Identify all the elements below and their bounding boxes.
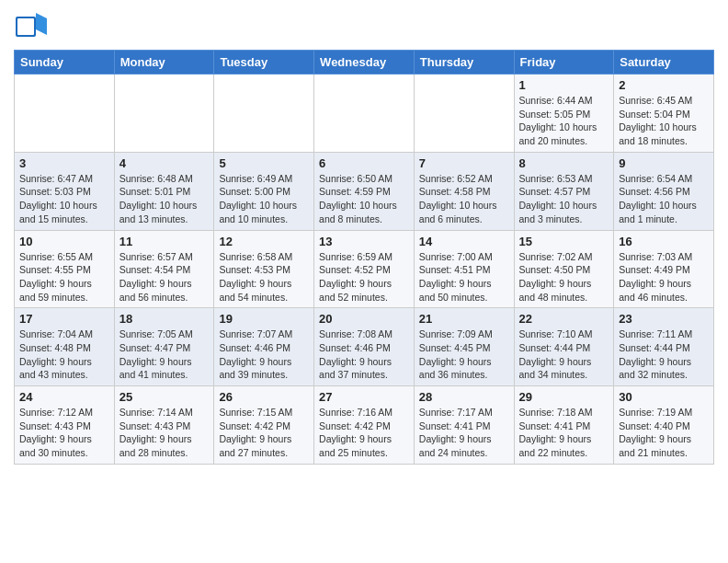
- calendar-cell: 1Sunrise: 6:44 AM Sunset: 5:05 PM Daylig…: [514, 75, 614, 153]
- calendar-week-2: 3Sunrise: 6:47 AM Sunset: 5:03 PM Daylig…: [15, 152, 714, 230]
- calendar-cell: [214, 75, 314, 153]
- day-number: 14: [419, 235, 509, 248]
- day-info: Sunrise: 6:44 AM Sunset: 5:05 PM Dayligh…: [519, 94, 609, 148]
- day-info: Sunrise: 7:05 AM Sunset: 4:47 PM Dayligh…: [119, 327, 210, 382]
- day-number: 21: [419, 312, 509, 326]
- day-info: Sunrise: 6:59 AM Sunset: 4:52 PM Dayligh…: [319, 250, 409, 304]
- day-number: 13: [319, 235, 409, 248]
- day-number: 30: [619, 390, 709, 404]
- calendar-table: SundayMondayTuesdayWednesdayThursdayFrid…: [14, 50, 714, 465]
- calendar-cell: 10Sunrise: 6:55 AM Sunset: 4:55 PM Dayli…: [15, 230, 115, 308]
- weekday-header-monday: Monday: [114, 51, 214, 75]
- day-number: 23: [619, 312, 709, 326]
- day-number: 1: [519, 78, 609, 92]
- weekday-header-friday: Friday: [514, 51, 614, 75]
- calendar-cell: 13Sunrise: 6:59 AM Sunset: 4:52 PM Dayli…: [314, 230, 415, 308]
- calendar-cell: 8Sunrise: 6:53 AM Sunset: 4:57 PM Daylig…: [514, 152, 614, 230]
- day-info: Sunrise: 6:48 AM Sunset: 5:01 PM Dayligh…: [119, 172, 210, 226]
- day-number: 29: [519, 390, 609, 404]
- calendar-cell: [15, 75, 115, 153]
- calendar-body: 1Sunrise: 6:44 AM Sunset: 5:05 PM Daylig…: [15, 75, 714, 465]
- day-number: 22: [519, 312, 609, 326]
- day-number: 5: [219, 156, 309, 170]
- page-header: [14, 9, 714, 42]
- day-info: Sunrise: 7:10 AM Sunset: 4:44 PM Dayligh…: [519, 327, 609, 382]
- day-info: Sunrise: 6:54 AM Sunset: 4:56 PM Dayligh…: [619, 172, 709, 226]
- day-info: Sunrise: 6:53 AM Sunset: 4:57 PM Dayligh…: [519, 172, 609, 226]
- calendar-cell: 3Sunrise: 6:47 AM Sunset: 5:03 PM Daylig…: [15, 152, 115, 230]
- day-info: Sunrise: 6:57 AM Sunset: 4:54 PM Dayligh…: [119, 250, 210, 304]
- calendar-cell: 29Sunrise: 7:18 AM Sunset: 4:41 PM Dayli…: [514, 386, 614, 465]
- day-number: 11: [119, 235, 210, 248]
- calendar-cell: 23Sunrise: 7:11 AM Sunset: 4:44 PM Dayli…: [614, 308, 714, 386]
- day-number: 19: [219, 312, 309, 326]
- calendar-cell: 7Sunrise: 6:52 AM Sunset: 4:58 PM Daylig…: [414, 152, 514, 230]
- calendar-cell: 19Sunrise: 7:07 AM Sunset: 4:46 PM Dayli…: [214, 308, 314, 386]
- day-number: 16: [619, 235, 709, 248]
- weekday-header-thursday: Thursday: [414, 51, 514, 75]
- day-info: Sunrise: 7:02 AM Sunset: 4:50 PM Dayligh…: [519, 250, 609, 304]
- calendar-week-1: 1Sunrise: 6:44 AM Sunset: 5:05 PM Daylig…: [15, 75, 714, 153]
- day-number: 24: [19, 390, 109, 404]
- calendar-cell: 15Sunrise: 7:02 AM Sunset: 4:50 PM Dayli…: [514, 230, 614, 308]
- calendar-cell: 6Sunrise: 6:50 AM Sunset: 4:59 PM Daylig…: [314, 152, 415, 230]
- calendar-cell: 16Sunrise: 7:03 AM Sunset: 4:49 PM Dayli…: [614, 230, 714, 308]
- day-number: 2: [619, 78, 709, 92]
- calendar-cell: 22Sunrise: 7:10 AM Sunset: 4:44 PM Dayli…: [514, 308, 614, 386]
- day-info: Sunrise: 7:00 AM Sunset: 4:51 PM Dayligh…: [419, 250, 509, 304]
- calendar-cell: 26Sunrise: 7:15 AM Sunset: 4:42 PM Dayli…: [214, 386, 314, 465]
- day-info: Sunrise: 6:45 AM Sunset: 5:04 PM Dayligh…: [619, 94, 709, 148]
- day-info: Sunrise: 6:49 AM Sunset: 5:00 PM Dayligh…: [219, 172, 309, 226]
- day-info: Sunrise: 7:07 AM Sunset: 4:46 PM Dayligh…: [219, 327, 309, 382]
- calendar-cell: 14Sunrise: 7:00 AM Sunset: 4:51 PM Dayli…: [414, 230, 514, 308]
- day-number: 25: [119, 390, 210, 404]
- logo: [14, 9, 51, 42]
- day-info: Sunrise: 6:52 AM Sunset: 4:58 PM Dayligh…: [419, 172, 509, 226]
- day-number: 15: [519, 235, 609, 248]
- calendar-week-4: 17Sunrise: 7:04 AM Sunset: 4:48 PM Dayli…: [15, 308, 714, 386]
- day-info: Sunrise: 7:14 AM Sunset: 4:43 PM Dayligh…: [119, 406, 210, 460]
- day-info: Sunrise: 7:03 AM Sunset: 4:49 PM Dayligh…: [619, 250, 709, 304]
- svg-rect-2: [17, 18, 34, 35]
- calendar-cell: 2Sunrise: 6:45 AM Sunset: 5:04 PM Daylig…: [614, 75, 714, 153]
- calendar-cell: 5Sunrise: 6:49 AM Sunset: 5:00 PM Daylig…: [214, 152, 314, 230]
- day-info: Sunrise: 7:09 AM Sunset: 4:45 PM Dayligh…: [419, 327, 509, 382]
- day-info: Sunrise: 7:11 AM Sunset: 4:44 PM Dayligh…: [619, 327, 709, 382]
- calendar-cell: 17Sunrise: 7:04 AM Sunset: 4:48 PM Dayli…: [15, 308, 115, 386]
- day-info: Sunrise: 7:04 AM Sunset: 4:48 PM Dayligh…: [19, 327, 109, 382]
- calendar-cell: 28Sunrise: 7:17 AM Sunset: 4:41 PM Dayli…: [414, 386, 514, 465]
- calendar-cell: 4Sunrise: 6:48 AM Sunset: 5:01 PM Daylig…: [114, 152, 214, 230]
- calendar-week-5: 24Sunrise: 7:12 AM Sunset: 4:43 PM Dayli…: [15, 386, 714, 465]
- day-info: Sunrise: 7:16 AM Sunset: 4:42 PM Dayligh…: [319, 406, 409, 460]
- weekday-header-tuesday: Tuesday: [214, 51, 314, 75]
- calendar-cell: 11Sunrise: 6:57 AM Sunset: 4:54 PM Dayli…: [114, 230, 214, 308]
- calendar-cell: 24Sunrise: 7:12 AM Sunset: 4:43 PM Dayli…: [15, 386, 115, 465]
- calendar-cell: 30Sunrise: 7:19 AM Sunset: 4:40 PM Dayli…: [614, 386, 714, 465]
- day-number: 3: [19, 156, 109, 170]
- day-info: Sunrise: 6:47 AM Sunset: 5:03 PM Dayligh…: [19, 172, 109, 226]
- calendar-cell: [114, 75, 214, 153]
- weekday-header-sunday: Sunday: [15, 51, 115, 75]
- day-info: Sunrise: 7:12 AM Sunset: 4:43 PM Dayligh…: [19, 406, 109, 460]
- day-info: Sunrise: 7:15 AM Sunset: 4:42 PM Dayligh…: [219, 406, 309, 460]
- calendar-cell: 9Sunrise: 6:54 AM Sunset: 4:56 PM Daylig…: [614, 152, 714, 230]
- day-info: Sunrise: 6:50 AM Sunset: 4:59 PM Dayligh…: [319, 172, 409, 226]
- day-number: 9: [619, 156, 709, 170]
- day-number: 12: [219, 235, 309, 248]
- svg-marker-1: [36, 13, 47, 35]
- calendar-cell: [414, 75, 514, 153]
- calendar-cell: 25Sunrise: 7:14 AM Sunset: 4:43 PM Dayli…: [114, 386, 214, 465]
- day-number: 7: [419, 156, 509, 170]
- day-info: Sunrise: 6:58 AM Sunset: 4:53 PM Dayligh…: [219, 250, 309, 304]
- day-number: 28: [419, 390, 509, 404]
- day-info: Sunrise: 7:17 AM Sunset: 4:41 PM Dayligh…: [419, 406, 509, 460]
- weekday-header-wednesday: Wednesday: [314, 51, 415, 75]
- day-info: Sunrise: 7:19 AM Sunset: 4:40 PM Dayligh…: [619, 406, 709, 460]
- calendar-header: SundayMondayTuesdayWednesdayThursdayFrid…: [15, 51, 714, 75]
- calendar-cell: 27Sunrise: 7:16 AM Sunset: 4:42 PM Dayli…: [314, 386, 415, 465]
- calendar-cell: 21Sunrise: 7:09 AM Sunset: 4:45 PM Dayli…: [414, 308, 514, 386]
- calendar-cell: 18Sunrise: 7:05 AM Sunset: 4:47 PM Dayli…: [114, 308, 214, 386]
- weekday-header-row: SundayMondayTuesdayWednesdayThursdayFrid…: [15, 51, 714, 75]
- calendar-week-3: 10Sunrise: 6:55 AM Sunset: 4:55 PM Dayli…: [15, 230, 714, 308]
- day-info: Sunrise: 7:08 AM Sunset: 4:46 PM Dayligh…: [319, 327, 409, 382]
